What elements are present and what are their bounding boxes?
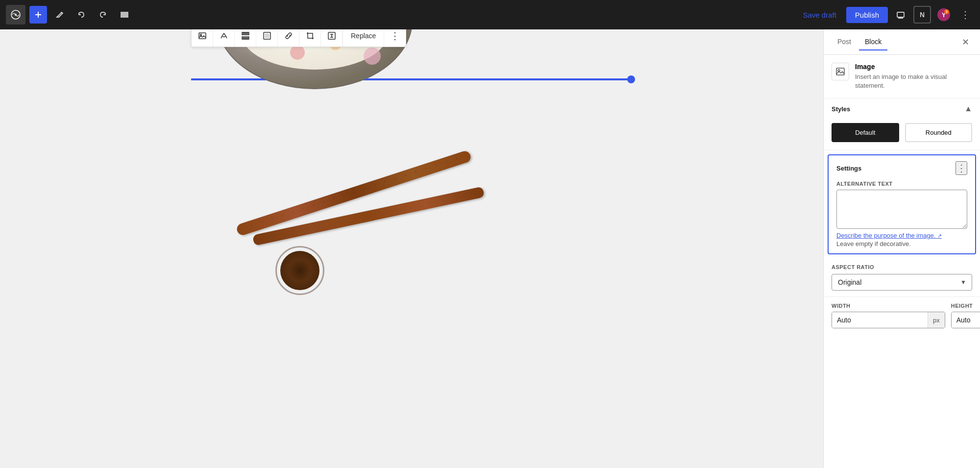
svg-rect-3 (35, 14, 41, 15)
width-input-wrap: px (832, 312, 945, 328)
svg-rect-16 (242, 32, 249, 33)
styles-label: Styles (832, 105, 850, 113)
settings-more-button[interactable]: ⋮ (956, 161, 967, 175)
height-field: HEIGHT px (951, 303, 980, 328)
n-badge[interactable]: N (913, 6, 931, 24)
align-button[interactable] (235, 29, 256, 47)
svg-rect-12 (199, 33, 206, 39)
alt-text-input[interactable] (836, 190, 967, 229)
height-input-wrap: px (951, 312, 980, 328)
block-icon (832, 63, 849, 80)
styles-toggle-icon: ▲ (964, 104, 972, 113)
aspect-ratio-section: ASPECT RATIO Original 1:1 4:3 16:9 3:2 ▼ (824, 258, 980, 297)
svg-rect-6 (121, 16, 128, 17)
block-toolbar: Replace ⋮ (191, 29, 406, 47)
svg-rect-15 (242, 37, 249, 38)
styles-grid: Default Rounded (824, 119, 980, 150)
insert-button[interactable] (256, 29, 278, 47)
top-toolbar: Save draft Publish N Y 7 ⋮ (0, 0, 980, 29)
image-icon-button[interactable] (192, 29, 213, 47)
redo-button[interactable] (94, 6, 112, 24)
width-field: WIDTH px (832, 303, 945, 328)
svg-rect-4 (121, 12, 128, 13)
link-button[interactable] (278, 29, 299, 47)
svg-text:7: 7 (946, 10, 948, 14)
editor-content: Replace ⋮ (191, 49, 632, 448)
svg-rect-17 (242, 39, 249, 39)
save-draft-button[interactable]: Save draft (797, 7, 842, 23)
undo-button[interactable] (73, 6, 90, 24)
image-resize-handle[interactable] (627, 75, 635, 83)
publish-button[interactable]: Publish (846, 7, 888, 23)
style-default-button[interactable]: Default (832, 123, 899, 142)
aspect-ratio-label: ASPECT RATIO (832, 264, 972, 270)
width-input[interactable] (832, 312, 928, 328)
height-input[interactable] (952, 312, 980, 328)
block-info: Image Insert an image to make a visual s… (824, 55, 980, 99)
width-unit: px (928, 312, 945, 328)
style-rounded-button[interactable]: Rounded (905, 123, 973, 142)
more-options-button[interactable]: ⋮ (956, 6, 974, 24)
alt-text-link[interactable]: Describe the purpose of the image. ↗ (829, 229, 975, 240)
settings-section: Settings ⋮ ALTERNATIVE TEXT Describe the… (828, 154, 976, 254)
block-more-options-button[interactable]: ⋮ (384, 29, 406, 47)
main-area: Replace ⋮ (0, 29, 980, 468)
text-overlay-button[interactable] (321, 29, 343, 47)
image-block (191, 78, 632, 80)
aspect-ratio-wrapper: Original 1:1 4:3 16:9 3:2 ▼ (832, 274, 972, 291)
settings-header: Settings ⋮ (829, 155, 975, 181)
block-info-text: Image Insert an image to make a visual s… (855, 63, 972, 90)
wordpress-logo[interactable] (6, 5, 25, 25)
settings-label: Settings (836, 165, 861, 172)
sidebar-header: Post Block ✕ (824, 29, 980, 55)
dimensions-row: WIDTH px HEIGHT px (824, 297, 980, 334)
block-title: Image (855, 63, 972, 71)
aspect-ratio-select[interactable]: Original 1:1 4:3 16:9 3:2 (832, 274, 972, 291)
svg-rect-19 (265, 34, 269, 38)
yoast-badge[interactable]: Y 7 (935, 6, 953, 24)
tools-button[interactable] (116, 6, 133, 24)
svg-rect-21 (836, 68, 844, 75)
edit-tool-button[interactable] (51, 6, 69, 24)
editor-area: Replace ⋮ (0, 29, 823, 468)
styles-section-header[interactable]: Styles ▲ (824, 99, 980, 119)
width-label: WIDTH (832, 303, 945, 309)
alt-text-hint: Leave empty if decorative. (829, 240, 975, 247)
svg-rect-14 (242, 34, 249, 35)
svg-rect-5 (121, 14, 128, 15)
height-label: HEIGHT (951, 303, 980, 309)
svg-point-1 (15, 14, 17, 16)
styles-section: Styles ▲ Default Rounded (824, 99, 980, 150)
alt-text-button[interactable] (213, 29, 235, 47)
block-description: Insert an image to make a visual stateme… (855, 73, 972, 90)
crop-button[interactable] (299, 29, 321, 47)
tab-post[interactable]: Post (832, 34, 857, 50)
view-button[interactable] (892, 6, 909, 24)
svg-rect-7 (897, 12, 904, 17)
sidebar-close-button[interactable]: ✕ (958, 35, 972, 49)
add-block-button[interactable] (29, 6, 47, 24)
tab-block[interactable]: Block (859, 34, 887, 50)
replace-button[interactable]: Replace (343, 29, 384, 47)
alt-text-label: ALTERNATIVE TEXT (829, 181, 975, 190)
sidebar: Post Block ✕ Image Insert an image to ma… (823, 29, 980, 468)
